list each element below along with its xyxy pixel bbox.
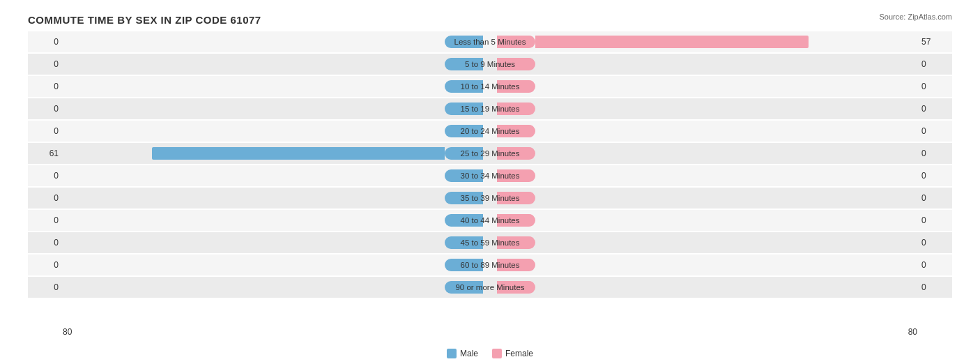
bars-wrapper: Less than 5 Minutes bbox=[63, 31, 917, 52]
row-label-container: 35 to 39 Minutes bbox=[445, 194, 535, 202]
bars-wrapper: 90 or more Minutes bbox=[63, 277, 917, 298]
female-value: 0 bbox=[917, 104, 952, 114]
row-label: 60 to 89 Minutes bbox=[453, 261, 526, 269]
chart-row: 0 90 or more Minutes 0 bbox=[28, 277, 952, 298]
male-bar-area bbox=[63, 213, 445, 228]
male-value: 0 bbox=[28, 260, 63, 270]
row-label: 45 to 59 Minutes bbox=[453, 238, 526, 247]
female-bar bbox=[535, 36, 809, 48]
chart-row: 0 15 to 19 Minutes 0 bbox=[28, 98, 952, 119]
female-bar-area bbox=[535, 101, 917, 116]
chart-row: 0 Less than 5 Minutes 57 bbox=[28, 31, 952, 52]
female-value: 0 bbox=[917, 59, 952, 69]
female-value: 0 bbox=[917, 149, 952, 158]
bar-center: 35 to 39 Minutes bbox=[63, 188, 917, 208]
chart-row: 0 40 to 44 Minutes 0 bbox=[28, 210, 952, 231]
chart-row: 0 45 to 59 Minutes 0 bbox=[28, 232, 952, 253]
male-bar-area bbox=[63, 56, 445, 72]
male-bar-area bbox=[63, 280, 445, 295]
chart-row: 61 25 to 29 Minutes 0 bbox=[28, 143, 952, 164]
female-bar-area bbox=[535, 280, 917, 295]
row-label: 90 or more Minutes bbox=[448, 283, 531, 291]
row-label: 20 to 24 Minutes bbox=[453, 127, 526, 135]
female-value: 0 bbox=[917, 260, 952, 270]
row-label-container: 20 to 24 Minutes bbox=[445, 127, 535, 135]
bars-wrapper: 15 to 19 Minutes bbox=[63, 98, 917, 119]
row-label-container: 40 to 44 Minutes bbox=[445, 216, 535, 225]
chart-row: 0 30 to 34 Minutes 0 bbox=[28, 165, 952, 186]
legend: Male Female bbox=[447, 349, 533, 358]
chart-container: COMMUTE TIME BY SEX IN ZIP CODE 61077 So… bbox=[0, 0, 980, 364]
row-label: 40 to 44 Minutes bbox=[453, 216, 526, 225]
female-bar-area bbox=[535, 235, 917, 250]
bar-center: 15 to 19 Minutes bbox=[63, 98, 917, 119]
male-value: 0 bbox=[28, 238, 63, 248]
axis-labels: 80 80 bbox=[28, 327, 952, 337]
bar-center: 30 to 34 Minutes bbox=[63, 165, 917, 186]
row-label-container: 25 to 29 Minutes bbox=[445, 149, 535, 158]
female-value: 0 bbox=[917, 215, 952, 225]
legend-male-color bbox=[447, 349, 457, 358]
chart-row: 0 5 to 9 Minutes 0 bbox=[28, 54, 952, 75]
male-bar-area bbox=[63, 190, 445, 206]
row-label-container: 30 to 34 Minutes bbox=[445, 172, 535, 180]
chart-row: 0 10 to 14 Minutes 0 bbox=[28, 76, 952, 97]
legend-female-label: Female bbox=[505, 349, 533, 358]
male-bar-area bbox=[63, 101, 445, 116]
male-value: 0 bbox=[28, 126, 63, 136]
male-value: 61 bbox=[28, 149, 63, 158]
male-value: 0 bbox=[28, 282, 63, 292]
bars-wrapper: 20 to 24 Minutes bbox=[63, 121, 917, 142]
female-value: 0 bbox=[917, 171, 952, 181]
bars-wrapper: 30 to 34 Minutes bbox=[63, 165, 917, 186]
row-label: Less than 5 Minutes bbox=[447, 38, 533, 46]
female-value: 0 bbox=[917, 126, 952, 136]
male-bar-area bbox=[63, 235, 445, 250]
row-label-container: 10 to 14 Minutes bbox=[445, 82, 535, 91]
male-value: 0 bbox=[28, 171, 63, 181]
row-label-container: 60 to 89 Minutes bbox=[445, 261, 535, 269]
bars-wrapper: 25 to 29 Minutes bbox=[63, 143, 917, 164]
bars-wrapper: 40 to 44 Minutes bbox=[63, 210, 917, 231]
female-value: 0 bbox=[917, 282, 952, 292]
legend-female: Female bbox=[492, 349, 533, 358]
female-bar-area bbox=[535, 146, 917, 161]
male-value: 0 bbox=[28, 82, 63, 91]
male-value: 0 bbox=[28, 37, 63, 47]
bar-center: 60 to 89 Minutes bbox=[63, 255, 917, 275]
female-value: 0 bbox=[917, 193, 952, 203]
male-bar-area bbox=[63, 146, 445, 161]
chart-row: 0 60 to 89 Minutes 0 bbox=[28, 255, 952, 275]
chart-title: COMMUTE TIME BY SEX IN ZIP CODE 61077 bbox=[28, 14, 952, 26]
chart-row: 0 20 to 24 Minutes 0 bbox=[28, 121, 952, 142]
legend-male-label: Male bbox=[460, 349, 478, 358]
row-label: 15 to 19 Minutes bbox=[453, 105, 526, 113]
row-label: 30 to 34 Minutes bbox=[453, 172, 526, 180]
bars-wrapper: 5 to 9 Minutes bbox=[63, 54, 917, 75]
male-value: 0 bbox=[28, 104, 63, 114]
male-bar-area bbox=[63, 168, 445, 183]
bars-wrapper: 60 to 89 Minutes bbox=[63, 255, 917, 275]
axis-right-label: 80 bbox=[908, 327, 917, 337]
bar-center: 25 to 29 Minutes bbox=[63, 143, 917, 164]
bar-center: 40 to 44 Minutes bbox=[63, 210, 917, 231]
male-value: 0 bbox=[28, 59, 63, 69]
legend-male: Male bbox=[447, 349, 478, 358]
female-bar-area bbox=[535, 79, 917, 94]
bars-wrapper: 35 to 39 Minutes bbox=[63, 188, 917, 208]
female-value: 0 bbox=[917, 82, 952, 91]
bars-wrapper: 10 to 14 Minutes bbox=[63, 76, 917, 97]
legend-female-color bbox=[492, 349, 502, 358]
row-label-container: 90 or more Minutes bbox=[445, 283, 535, 291]
female-bar-area bbox=[535, 34, 917, 50]
chart-area: 0 Less than 5 Minutes 57 0 bbox=[28, 31, 952, 324]
row-label: 5 to 9 Minutes bbox=[458, 60, 522, 68]
bar-center: 90 or more Minutes bbox=[63, 277, 917, 298]
male-value: 0 bbox=[28, 215, 63, 225]
male-bar-area bbox=[63, 257, 445, 273]
female-bar-area bbox=[535, 257, 917, 273]
chart-row: 0 35 to 39 Minutes 0 bbox=[28, 188, 952, 208]
male-value: 0 bbox=[28, 193, 63, 203]
row-label: 25 to 29 Minutes bbox=[453, 149, 526, 158]
female-bar-area bbox=[535, 168, 917, 183]
